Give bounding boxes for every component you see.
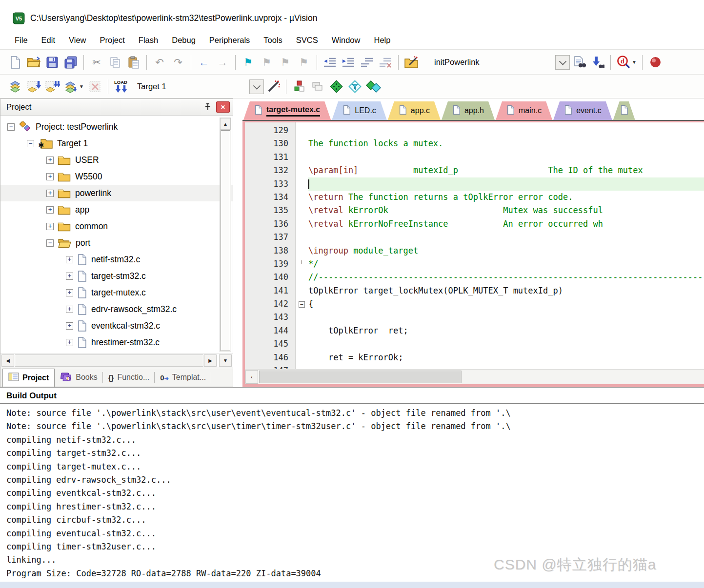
prev-bookmark-icon[interactable]: ⚑ (258, 53, 276, 72)
hscroll-track[interactable] (15, 354, 203, 367)
menu-view[interactable]: View (62, 36, 93, 45)
tree-item-powerlink[interactable]: +powerlink (0, 185, 233, 201)
target-select-combo[interactable]: Target 1 (133, 79, 264, 94)
next-bookmark-icon[interactable]: ⚑ (276, 53, 295, 72)
target-select-value[interactable]: Target 1 (137, 82, 249, 91)
select-packs-icon[interactable] (345, 78, 364, 96)
find-symbol-icon[interactable]: d▼ (614, 53, 639, 72)
expand-icon[interactable]: + (66, 256, 73, 263)
tree-item-hrestimer-stm32-c[interactable]: +hrestimer-stm32.c (0, 334, 233, 351)
tree-item-target-mutex-c[interactable]: +target-mutex.c (0, 284, 233, 301)
menu-svcs[interactable]: SVCS (289, 36, 325, 45)
editor-tab-event-c[interactable]: event.c (553, 101, 612, 120)
undo-icon[interactable]: ↶ (150, 53, 169, 72)
manage-rte-icon[interactable] (327, 78, 345, 96)
scroll-left-icon[interactable]: ◀ (1, 354, 14, 367)
menu-edit[interactable]: Edit (35, 36, 62, 45)
expand-icon[interactable]: + (66, 289, 73, 296)
target-options-icon[interactable] (264, 78, 282, 96)
scroll-down-icon[interactable]: ▼ (219, 354, 232, 367)
expand-icon[interactable]: + (46, 173, 54, 180)
project-tree-vscrollbar[interactable]: ▲ (220, 118, 231, 352)
menu-peripherals[interactable]: Peripherals (202, 36, 257, 45)
breakpoint-icon[interactable] (646, 53, 664, 72)
paste-icon[interactable] (124, 53, 143, 72)
workspace-tab-functio[interactable]: {}Functio... (103, 368, 155, 387)
menu-tools[interactable]: Tools (257, 36, 289, 45)
editor-tab-main-c[interactable]: main.c (496, 101, 552, 120)
tree-item-project-testpowerlink[interactable]: −Project: testPowerlink (0, 118, 233, 135)
manage-items-icon[interactable] (290, 78, 308, 96)
pin-icon[interactable] (201, 102, 214, 113)
tree-item-netif-stm32-c[interactable]: +netif-stm32.c (0, 251, 233, 268)
workspace-tab-templat[interactable]: 0➜Templat... (155, 368, 211, 387)
tree-item-app[interactable]: +app (0, 201, 233, 218)
menu-project[interactable]: Project (93, 36, 132, 45)
tree-item-user[interactable]: +USER (0, 152, 233, 168)
navigate-back-icon[interactable]: ← (195, 53, 213, 72)
project-tree[interactable]: −Project: testPowerlink−✱Target 1+USER+W… (0, 116, 233, 353)
menu-window[interactable]: Window (325, 36, 367, 45)
dropdown-caret-icon[interactable]: ▼ (79, 84, 84, 89)
menu-file[interactable]: File (8, 36, 35, 45)
target-select-dropdown[interactable] (249, 79, 264, 94)
editor-tab-target-mutex-c[interactable]: target-mutex.c (243, 101, 331, 120)
find-in-files-icon[interactable] (570, 53, 588, 72)
load-icon[interactable]: LOAD (112, 78, 130, 96)
workspace-tab-project[interactable]: Project (2, 369, 55, 387)
code-editor-area[interactable]: 129130The function locks a mutex.131132\… (245, 122, 704, 369)
tree-item-target-1[interactable]: −✱Target 1 (0, 135, 233, 152)
build-icon[interactable] (24, 78, 43, 96)
expand-icon[interactable]: + (66, 306, 73, 313)
editor-tab-led-c[interactable]: LED.c (332, 101, 387, 120)
editor-tab-partial[interactable] (613, 101, 635, 120)
stop-build-icon[interactable] (86, 78, 104, 96)
open-file-icon[interactable] (24, 53, 43, 72)
tree-item-w5500[interactable]: +W5500 (0, 168, 233, 185)
menu-help[interactable]: Help (367, 36, 397, 45)
indent-icon[interactable] (339, 53, 358, 72)
scroll-right-icon[interactable]: ▶ (204, 354, 217, 367)
uncomment-icon[interactable] (376, 53, 395, 72)
expand-icon[interactable]: + (46, 223, 54, 230)
tree-item-port[interactable]: −port (0, 235, 233, 251)
tree-item-eventkcal-stm32-c[interactable]: +eventkcal-stm32.c (0, 317, 233, 334)
close-icon[interactable]: ✕ (216, 101, 230, 113)
save-all-icon[interactable] (61, 53, 80, 72)
redo-icon[interactable]: ↷ (169, 53, 187, 72)
editor-tab-app-c[interactable]: app.c (388, 101, 441, 120)
collapse-icon[interactable]: − (46, 239, 54, 247)
tree-item-common[interactable]: +common (0, 218, 233, 235)
function-search-icon[interactable] (402, 53, 421, 72)
toggle-bookmark-icon[interactable]: ⚑ (239, 53, 258, 72)
expand-icon[interactable]: + (46, 190, 54, 197)
function-search-combo[interactable]: initPowerlink (429, 55, 570, 70)
expand-icon[interactable]: + (46, 206, 54, 214)
editor-hscrollbar[interactable]: ‹ (245, 369, 704, 384)
expand-icon[interactable]: + (46, 157, 54, 164)
expand-icon[interactable]: + (66, 273, 73, 280)
tree-item-edrv-rawsock-stm32-c[interactable]: +edrv-rawsock_stm32.c (0, 301, 233, 317)
editor-hscroll-thumb[interactable] (259, 371, 462, 383)
vscroll-thumb[interactable] (221, 130, 230, 351)
collapse-icon[interactable]: − (27, 140, 34, 147)
collapse-icon[interactable]: − (7, 123, 15, 131)
rebuild-icon[interactable] (43, 78, 61, 96)
menu-flash[interactable]: Flash (132, 36, 165, 45)
clear-bookmarks-icon[interactable]: ⚑ (295, 53, 313, 72)
navigate-forward-icon[interactable]: → (213, 53, 232, 72)
comment-icon[interactable] (358, 53, 376, 72)
new-file-icon[interactable] (6, 53, 24, 72)
find-next-icon[interactable] (588, 53, 607, 72)
expand-icon[interactable]: + (66, 322, 73, 330)
book-windows-icon[interactable] (308, 78, 327, 96)
cut-icon[interactable]: ✂ (87, 53, 106, 72)
unindent-icon[interactable] (321, 53, 339, 72)
function-search-dropdown[interactable] (555, 55, 570, 70)
copy-icon[interactable] (106, 53, 124, 72)
dropdown-caret-icon[interactable]: ▼ (632, 59, 637, 65)
workspace-tab-books[interactable]: ?Books (55, 368, 102, 387)
tree-item-target-stm32-c[interactable]: +target-stm32.c (0, 268, 233, 284)
scroll-up-icon[interactable]: ▲ (220, 118, 231, 130)
scroll-left-icon[interactable]: ‹ (245, 370, 258, 384)
